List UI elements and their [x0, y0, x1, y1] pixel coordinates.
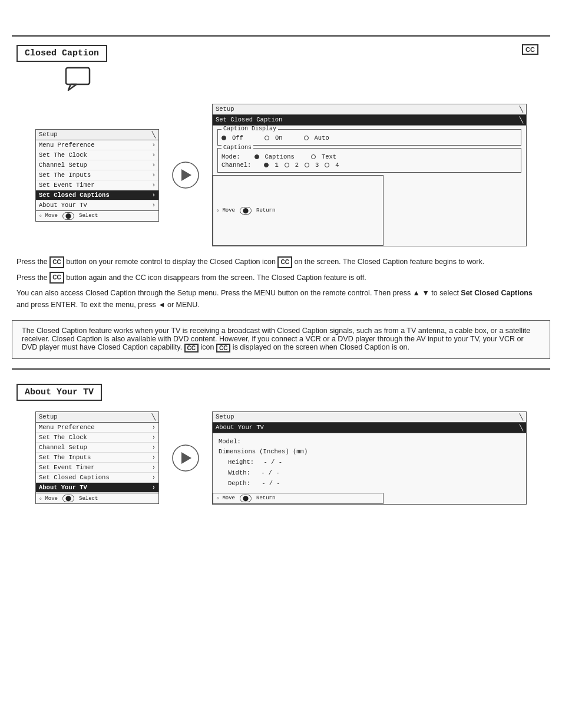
menu-item-set-closed-captions: Set Closed Captions› — [36, 190, 158, 200]
cc-instruction-3: You can also access Closed Caption throu… — [16, 287, 546, 311]
svg-rect-0 — [66, 68, 90, 84]
cc-setup-title: Setup ╲ — [36, 130, 158, 140]
cc-inline-icon-1: CC — [49, 256, 64, 268]
svg-marker-1 — [68, 84, 77, 90]
cc-panel-setup-title: Setup ╲ — [213, 104, 526, 115]
cc-panels-row: Setup ╲ Menu Preference› Set The Clock› … — [35, 104, 527, 246]
cc-notice-text: The Closed Caption feature works when yo… — [22, 327, 540, 352]
speech-bubble-icon — [65, 67, 562, 93]
radio-ch1-dot — [264, 163, 269, 167]
radio-ch3-dot — [305, 163, 309, 167]
captions-box: Captions Mode: Captions Text Channel: 1 — [217, 148, 521, 173]
about-tv-panel-selected-title: About Your TV ╲ — [213, 423, 526, 433]
radio-auto-dot — [304, 136, 309, 140]
height-row: Height: - / - — [228, 457, 520, 468]
mode-options: Mode: Captions Text — [222, 153, 517, 160]
cc-inline-icon-2: CC — [277, 256, 292, 268]
about-menu-item-about-tv: About Your TV› — [36, 483, 158, 493]
menu-item-menu-preference: Menu Preference› — [36, 140, 158, 150]
dimensions-values: Height: - / - Width: - / - Depth: - / - — [219, 457, 520, 489]
about-menu-item-set-inputs: Set The Inputs› — [36, 453, 158, 463]
about-tv-panel: Setup ╲ About Your TV ╲ Model: Dimension… — [212, 411, 527, 505]
cc-inline-icon-4: CC — [184, 344, 199, 353]
dimensions-row: Dimensions (Inches) (mm) — [219, 447, 520, 457]
width-row: Width: - / - — [228, 468, 520, 479]
cc-instruction-2: Press the CC button again and the CC ico… — [16, 272, 546, 284]
about-menu-item-set-clock: Set The Clock› — [36, 433, 158, 443]
cc-notice-box: The Closed Caption feature works when yo… — [12, 320, 550, 358]
radio-off-dot — [222, 136, 226, 140]
caption-display-options: Off On Auto — [222, 134, 517, 141]
radio-on-dot — [265, 136, 269, 140]
menu-item-channel-setup: Channel Setup› — [36, 160, 158, 170]
closed-caption-section: Closed Caption CC Setup ╲ Menu Preferenc… — [0, 37, 562, 359]
about-setup-title: Setup ╲ — [36, 412, 158, 423]
about-panels-row: Setup ╲ Menu Preference› Set The Clock› … — [35, 411, 527, 505]
menu-item-about-tv: About Your TV› — [36, 200, 158, 210]
closed-caption-title: Closed Caption — [16, 45, 107, 62]
menu-item-set-clock: Set The Clock› — [36, 150, 158, 160]
menu-item-event-timer: Set Event Timer› — [36, 180, 158, 190]
about-tv-section: About Your TV Setup ╲ Menu Preference› S… — [0, 375, 562, 505]
cc-badge-top: CC — [522, 44, 538, 55]
channel-options: Channel: 1 2 3 4 — [222, 162, 517, 169]
arrow-right-2 — [171, 443, 200, 473]
radio-ch4-dot — [325, 163, 329, 167]
about-setup-footer: ⬦ Move ⬤ Select — [36, 493, 158, 503]
radio-ch2-dot — [285, 163, 289, 167]
cc-inline-icon-5: CC — [216, 344, 230, 353]
mid-divider — [12, 368, 550, 370]
svg-marker-5 — [181, 452, 191, 464]
cc-setup-menu: Setup ╲ Menu Preference› Set The Clock› … — [35, 129, 159, 222]
model-row: Model: — [219, 437, 520, 447]
arrow-right-1 — [171, 160, 200, 190]
about-menu-item-set-closed: Set Closed Captions› — [36, 473, 158, 483]
about-tv-footer: ⬦ Move ⬤ Return — [213, 493, 384, 504]
about-tv-panel-content: Model: Dimensions (Inches) (mm) Height: … — [213, 433, 526, 493]
caption-display-box: Caption Display Off On Auto — [217, 129, 521, 146]
cc-settings-panel: Setup ╲ Set Closed Caption ╲ Caption Dis… — [212, 104, 527, 246]
cc-settings-footer: ⬦ Move ⬤ Return — [213, 175, 384, 246]
about-menu-item-menu-preference: Menu Preference› — [36, 423, 158, 433]
cc-instructions: Press the CC button on your remote contr… — [16, 256, 546, 311]
about-setup-menu: Setup ╲ Menu Preference› Set The Clock› … — [35, 411, 159, 504]
radio-text-dot — [311, 154, 316, 159]
cc-panel-selected-title: Set Closed Caption ╲ — [213, 115, 526, 126]
menu-item-set-inputs: Set The Inputs› — [36, 170, 158, 180]
about-menu-item-channel-setup: Channel Setup› — [36, 443, 158, 453]
about-tv-header-row: About Your TV — [0, 375, 562, 401]
cc-instruction-1: Press the CC button on your remote contr… — [16, 256, 546, 268]
about-tv-title: About Your TV — [16, 384, 102, 401]
depth-row: Depth: - / - — [228, 479, 520, 489]
cc-setup-footer: ⬦ Move ⬤ Select — [36, 210, 158, 221]
svg-marker-3 — [181, 169, 191, 181]
about-menu-item-event-timer: Set Event Timer› — [36, 463, 158, 473]
radio-captions-dot — [254, 154, 259, 159]
cc-inline-icon-3: CC — [49, 272, 64, 284]
about-tv-panel-setup-title: Setup ╲ — [213, 412, 526, 423]
